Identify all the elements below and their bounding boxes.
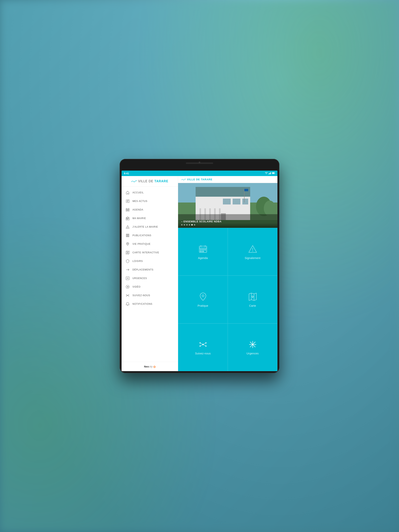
sidebar-item-jalerte[interactable]: J'ALERTE LA MAIRIE	[122, 222, 178, 231]
sidebar-item-deplacements[interactable]: DÉPLACEMENTS	[122, 266, 178, 274]
play-icon	[125, 285, 130, 289]
hero-dot-4[interactable]	[191, 224, 193, 226]
sidebar-item-urgences[interactable]: URGENCES	[122, 274, 178, 283]
svg-rect-74	[200, 251, 201, 252]
pin-quick-icon	[198, 292, 208, 302]
hero-title: – ENSEMBLE SCOLAIRE NDBA	[181, 220, 274, 223]
sidebar-item-label: NOTIFICATIONS	[133, 303, 152, 305]
svg-line-90	[200, 344, 203, 346]
sidebar-item-video[interactable]: VIDÉO	[122, 283, 178, 291]
logo-brand: TARARE	[154, 180, 168, 183]
tablet-screen: 9:41	[122, 171, 277, 371]
sidebar-item-publications[interactable]: PUBLICATIONS	[122, 231, 178, 240]
sidebar-item-label: URGENCES	[133, 277, 147, 280]
sidebar-item-loisirs[interactable]: LOISIRS	[122, 257, 178, 266]
svg-marker-52	[196, 187, 250, 197]
hero-dot-3[interactable]	[189, 224, 190, 226]
svg-rect-25	[126, 234, 127, 237]
hero-overlay: – ENSEMBLE SCOLAIRE NDBA	[178, 218, 277, 228]
map-quick-icon	[248, 292, 258, 302]
quick-item-label: Urgences	[246, 352, 258, 355]
sidebar-item-label: DÉPLACEMENTS	[133, 268, 154, 271]
sidebar-item-label: VIDÉO	[133, 285, 141, 288]
header-logo-brand: TARARE	[201, 178, 212, 181]
sidebar-item-label: ACCUEIL	[133, 191, 144, 194]
books-icon	[125, 233, 130, 238]
quick-item-suivez-nous[interactable]: Suivez-nous	[178, 323, 228, 371]
network-icon	[125, 293, 130, 298]
svg-rect-2	[270, 173, 270, 174]
sidebar: VILLE DE TARARE ACCUEIL	[122, 176, 178, 371]
hero-dots	[181, 224, 274, 226]
arrow-icon	[125, 267, 130, 272]
quick-item-label: Carte	[249, 304, 256, 307]
sidebar-item-ma-mairie[interactable]: MA MAIRIE	[122, 214, 178, 222]
sidebar-item-vie-pratique[interactable]: VIE PRATIQUE	[122, 240, 178, 248]
header-logo-text: VILLE DE TARARE	[187, 178, 212, 181]
cross-quick-icon	[248, 339, 258, 349]
hero-dot-5[interactable]	[194, 224, 195, 226]
sidebar-item-label: J'ALERTE LA MAIRIE	[133, 226, 158, 228]
svg-rect-22	[127, 218, 127, 219]
hero-dot-1[interactable]	[184, 224, 185, 226]
sidebar-item-label: VIE PRATIQUE	[133, 243, 151, 245]
sidebar-item-accueil[interactable]: ACCUEIL	[122, 188, 178, 197]
quick-item-signalement[interactable]: Signalement	[228, 228, 277, 276]
svg-point-32	[127, 252, 128, 253]
building-icon	[125, 216, 130, 221]
quick-item-urgences[interactable]: Urgences	[228, 323, 277, 371]
svg-rect-71	[200, 249, 201, 250]
status-bar: 9:41	[122, 171, 277, 176]
svg-rect-58	[223, 199, 231, 204]
svg-rect-11	[126, 200, 127, 203]
sidebar-item-agenda[interactable]: AGENDA	[122, 205, 178, 214]
sidebar-item-label: MES ACTUS	[133, 200, 148, 203]
calendar-quick-icon	[198, 244, 208, 254]
sidebar-item-carte-interactive[interactable]: CARTE INTERACTIVE	[122, 248, 178, 257]
hero-dot-0[interactable]	[181, 224, 183, 226]
map-icon	[125, 250, 130, 255]
sidebar-item-label: PUBLICATIONS	[133, 234, 151, 237]
svg-point-28	[127, 243, 128, 244]
svg-line-47	[128, 295, 129, 296]
logo-text: VILLE DE TARARE	[138, 180, 168, 183]
svg-rect-26	[127, 234, 128, 237]
status-time: 9:41	[124, 172, 129, 175]
sidebar-logo: VILLE DE TARARE	[122, 176, 178, 187]
svg-line-91	[203, 344, 206, 346]
firstaid-icon	[125, 276, 130, 280]
svg-rect-0	[269, 174, 269, 174]
svg-rect-27	[129, 234, 129, 237]
svg-rect-5	[275, 173, 275, 173]
svg-rect-59	[233, 199, 240, 204]
shield-icon	[125, 259, 130, 263]
battery-icon	[272, 172, 275, 174]
quick-item-carte[interactable]: Carte	[228, 276, 277, 323]
neocity-logo-circle	[154, 366, 155, 368]
quick-item-label: Pratique	[198, 304, 208, 307]
svg-line-44	[126, 295, 128, 295]
hero-image: – ENSEMBLE SCOLAIRE NDBA	[178, 183, 277, 228]
sidebar-item-label: CARTE INTERACTIVE	[133, 251, 159, 254]
sidebar-item-suivez-nous[interactable]: SUIVEZ-NOUS	[122, 291, 178, 300]
sidebar-item-mes-actus[interactable]: MES ACTUS	[122, 197, 178, 205]
quick-item-label: Agenda	[198, 256, 208, 260]
svg-rect-75	[202, 251, 204, 252]
svg-line-89	[203, 343, 206, 344]
svg-rect-60	[242, 199, 248, 204]
svg-rect-17	[127, 210, 128, 210]
quick-item-label: Suivez-nous	[195, 352, 211, 355]
svg-rect-21	[128, 218, 129, 219]
quick-item-pratique[interactable]: Pratique	[178, 276, 228, 323]
quick-item-agenda[interactable]: Agenda	[178, 228, 228, 276]
calendar-icon	[125, 208, 130, 212]
wifi-icon	[265, 172, 268, 175]
svg-rect-18	[128, 210, 129, 210]
hero-dot-2[interactable]	[186, 224, 188, 226]
sidebar-item-notifications[interactable]: NOTIFICATIONS	[122, 300, 178, 308]
status-icons	[265, 172, 275, 175]
sidebar-footer: Neocity	[122, 362, 178, 371]
bell-icon	[125, 302, 130, 306]
signal-icon	[269, 172, 271, 175]
newspaper-icon	[125, 199, 130, 203]
